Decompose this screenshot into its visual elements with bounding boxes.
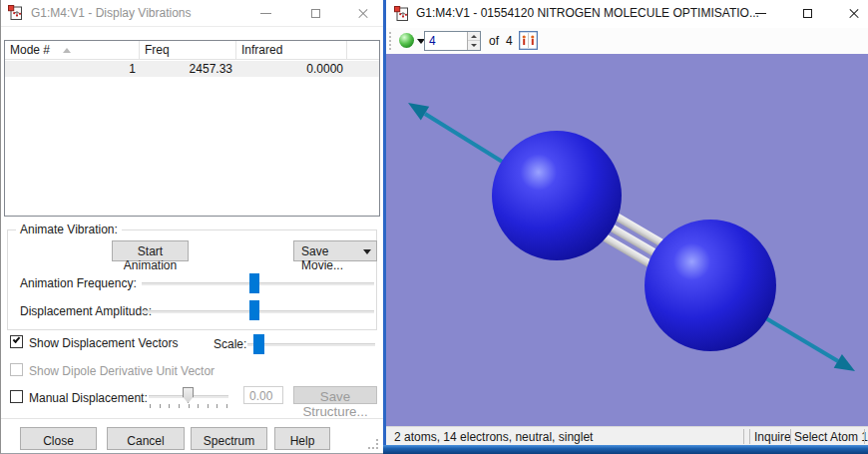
scale-slider-track[interactable]	[247, 343, 375, 346]
left-window-title: G1:M4:V1 - Display Vibrations	[31, 0, 192, 27]
dropdown-arrow-icon	[363, 249, 371, 254]
help-button[interactable]: Help	[274, 427, 330, 450]
displacement-amplitude-slider-handle[interactable]	[249, 300, 259, 320]
start-animation-button[interactable]: Start Animation	[112, 240, 189, 261]
show-dipole-checkbox	[10, 363, 23, 376]
column-header-mode[interactable]: Mode #	[5, 41, 140, 59]
display-vibrations-dialog: G1:M4:V1 - Display Vibrations Mode # Fre…	[0, 0, 383, 454]
animation-frequency-label: Animation Frequency:	[20, 276, 137, 290]
window-bottom-edge	[383, 445, 868, 454]
minimize-button[interactable]	[744, 0, 778, 27]
spinner-buttons	[467, 32, 480, 50]
divider	[790, 429, 791, 444]
gaussview-document-icon	[8, 5, 24, 21]
animation-frequency-slider-handle[interactable]	[249, 273, 259, 293]
vibration-modes-table: Mode # Freq Infrared 1 2457.33 0.0000	[4, 40, 380, 217]
spinner-down-icon[interactable]	[468, 41, 480, 50]
frame-number-spinner[interactable]: 4	[424, 31, 481, 51]
column-header-infrared[interactable]: Infrared	[236, 41, 347, 59]
frame-number-value: 4	[429, 34, 436, 48]
manual-displacement-checkbox[interactable]	[10, 390, 23, 403]
cancel-button[interactable]: Cancel	[107, 427, 185, 450]
cell-infrared: 0.0000	[236, 61, 347, 77]
maximize-button[interactable]	[299, 0, 333, 27]
nitrogen-atom-1	[492, 131, 622, 260]
selection-indicator: Select Atom 1	[794, 430, 868, 444]
spinner-up-icon[interactable]	[468, 32, 480, 41]
minimize-button[interactable]	[249, 0, 283, 27]
resize-grip[interactable]	[369, 440, 378, 449]
column-header-freq[interactable]: Freq	[140, 41, 236, 59]
manual-displacement-slider-handle[interactable]	[183, 387, 194, 403]
manual-displacement-label[interactable]: Manual Displacement:	[29, 391, 148, 405]
frames-toolbar: 4 of 4	[386, 28, 868, 54]
molecule-canvas[interactable]	[386, 54, 868, 426]
group-label: Animate Vibration:	[16, 223, 122, 236]
scale-label: Scale:	[214, 337, 246, 351]
checkmark-icon	[13, 335, 21, 343]
toolbar-drag-handle[interactable]	[389, 32, 393, 50]
molecule-view-window: G1:M4:V1 - 01554120 NITROGEN MOLECULE OP…	[383, 0, 868, 454]
table-row[interactable]: 1 2457.33 0.0000	[5, 61, 379, 77]
show-dipole-label: Show Dipole Derivative Unit Vector	[29, 364, 215, 378]
spectrum-button[interactable]: Spectrum	[191, 427, 267, 450]
frame-list-icon[interactable]	[519, 31, 538, 50]
left-titlebar[interactable]: G1:M4:V1 - Display Vibrations	[1, 0, 383, 27]
nitrogen-atom-2	[645, 220, 776, 351]
close-icon[interactable]	[346, 0, 380, 27]
divider	[864, 429, 865, 444]
gaussview-document-icon	[394, 6, 410, 22]
slider-tick-marks	[150, 404, 227, 408]
show-displacement-vectors-checkbox[interactable]	[10, 335, 23, 348]
sort-ascending-icon	[63, 48, 71, 53]
divider	[743, 429, 744, 444]
mouse-mode-indicator: Inquire	[754, 430, 791, 444]
close-button[interactable]: Close	[20, 427, 97, 450]
active-frame-sphere-icon[interactable]	[399, 33, 414, 48]
maximize-button[interactable]	[791, 0, 825, 27]
cell-freq: 2457.33	[140, 61, 236, 77]
save-movie-button[interactable]: Save Movie...	[293, 240, 377, 261]
divider	[1, 418, 384, 419]
right-titlebar[interactable]: G1:M4:V1 - 01554120 NITROGEN MOLECULE OP…	[386, 0, 868, 27]
table-header-row: Mode # Freq Infrared	[5, 41, 379, 60]
of-label: of	[489, 34, 499, 48]
displacement-amplitude-label: Displacement Amplitude:	[20, 304, 152, 318]
close-icon[interactable]	[837, 0, 868, 27]
right-window-title: G1:M4:V1 - 01554120 NITROGEN MOLECULE OP…	[416, 0, 759, 27]
scale-slider-handle[interactable]	[253, 334, 264, 354]
animate-vibration-group: Animate Vibration: Start Animation Save …	[7, 229, 377, 330]
column-header-filler	[347, 41, 379, 59]
divider	[749, 429, 750, 444]
screen: G1:M4:V1 - Display Vibrations Mode # Fre…	[0, 0, 868, 454]
manual-displacement-value-field: 0.00	[243, 386, 283, 404]
cell-mode: 1	[5, 61, 140, 77]
status-bar: 2 atoms, 14 electrons, neutral, singlet …	[386, 426, 868, 445]
show-displacement-vectors-label[interactable]: Show Displacement Vectors	[29, 336, 178, 350]
save-structure-button: Save Structure...	[293, 386, 377, 404]
total-frames-value: 4	[506, 34, 513, 48]
molecule-summary: 2 atoms, 14 electrons, neutral, singlet	[394, 430, 593, 444]
